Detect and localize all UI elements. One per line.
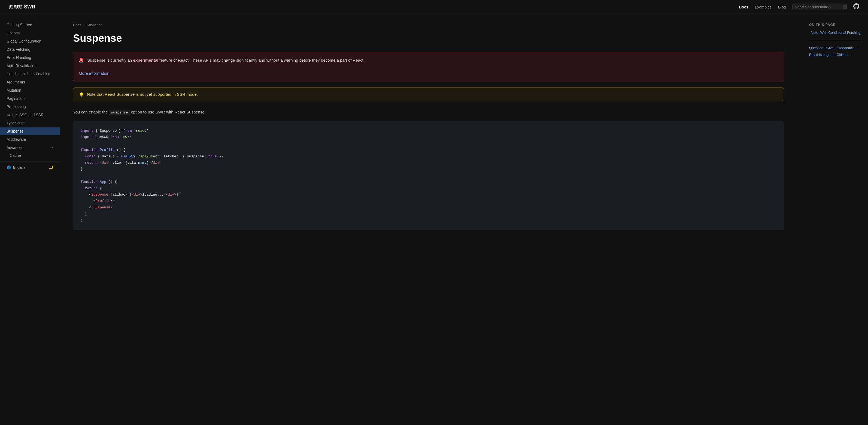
sidebar-item-getting-started[interactable]: Getting Started bbox=[0, 21, 60, 29]
sidebar-item-error-handling[interactable]: Error Handling bbox=[0, 54, 60, 62]
search-input[interactable] bbox=[795, 5, 841, 9]
toc: On This Page Note: With Conditional Fetc… bbox=[803, 14, 868, 425]
toc-edit-link[interactable]: Edit this page on GitHub → bbox=[809, 53, 862, 57]
sidebar-item-data-fetching[interactable]: Data Fetching bbox=[0, 45, 60, 54]
more-information-link[interactable]: More information bbox=[79, 71, 110, 76]
lightbulb-icon: 💡 bbox=[79, 92, 84, 97]
prose-inline-code: suspense bbox=[109, 110, 130, 115]
nav-links: Docs Examples Blog / bbox=[739, 3, 859, 11]
code-line-3: const { data } = useSWR('/api/user', fet… bbox=[81, 153, 776, 160]
code-line-10: </Suspense> bbox=[81, 204, 776, 210]
sidebar-item-arguments[interactable]: Arguments bbox=[0, 78, 60, 86]
code-line-0: import { Suspense } from 'react' bbox=[81, 128, 776, 134]
alert-error-bold: experimental bbox=[133, 58, 159, 62]
code-line-7: return ( bbox=[81, 185, 776, 192]
layout: Getting Started Options Global Configura… bbox=[0, 14, 868, 425]
toc-feedback-link[interactable]: Question? Give us feedback → bbox=[809, 46, 862, 50]
sidebar-item-advanced[interactable]: Advanced ▾ bbox=[0, 143, 60, 152]
alert-error: 🚨 Suspense is currently an experimental … bbox=[73, 52, 784, 82]
code-line-blank-1 bbox=[81, 140, 776, 147]
code-line-6: function App () { bbox=[81, 179, 776, 185]
nav-examples[interactable]: Examples bbox=[755, 5, 772, 9]
chevron-down-icon: ▾ bbox=[52, 146, 53, 149]
code-line-2: function Profile () { bbox=[81, 147, 776, 153]
sidebar-item-suspense[interactable]: Suspense bbox=[0, 127, 60, 135]
breadcrumb-sep: › bbox=[83, 23, 85, 27]
code-line-8: <Suspense fallback={<div>loading...</div… bbox=[81, 192, 776, 198]
logo: ≋≋≋ SWR bbox=[9, 4, 35, 11]
error-icon: 🚨 bbox=[79, 58, 84, 62]
alert-error-text-before: Suspense is currently an bbox=[87, 58, 133, 62]
toc-link-conditional[interactable]: Note: With Conditional Fetching bbox=[809, 31, 862, 35]
alert-warn: 💡 Note that React Suspense is not yet su… bbox=[73, 87, 784, 102]
sidebar-item-pagination[interactable]: Pagination bbox=[0, 94, 60, 103]
sidebar-lang[interactable]: 🌐 English 🌙 bbox=[0, 162, 60, 173]
prose-text-before: You can enable the bbox=[73, 110, 109, 114]
sidebar-item-mutation[interactable]: Mutation bbox=[0, 86, 60, 94]
sidebar-item-options[interactable]: Options bbox=[0, 29, 60, 37]
lang-label: English bbox=[13, 165, 25, 169]
globe-icon: 🌐 bbox=[6, 165, 11, 169]
code-line-1: import useSWR from 'swr' bbox=[81, 134, 776, 140]
sidebar-item-middleware[interactable]: Middleware bbox=[0, 135, 60, 143]
logo-icon: ≋≋≋ bbox=[9, 4, 22, 11]
prose-paragraph: You can enable the suspense option to us… bbox=[73, 109, 784, 116]
toc-divider bbox=[809, 40, 862, 40]
breadcrumb: Docs › Suspense bbox=[73, 23, 784, 27]
github-icon[interactable] bbox=[853, 3, 859, 11]
sidebar-item-prefetching[interactable]: Prefetching bbox=[0, 103, 60, 111]
code-line-11: ) bbox=[81, 210, 776, 217]
page-title: Suspense bbox=[73, 32, 784, 44]
code-line-blank-2 bbox=[81, 172, 776, 179]
code-block: import { Suspense } from 'react' import … bbox=[73, 121, 784, 230]
breadcrumb-current: Suspense bbox=[87, 23, 102, 27]
sidebar-item-nextjs-ssg-ssr[interactable]: Next.js SSG and SSR bbox=[0, 111, 60, 119]
topnav: ≋≋≋ SWR Docs Examples Blog / bbox=[0, 0, 868, 14]
alert-error-text-after: feature of React. These APIs may change … bbox=[158, 58, 365, 62]
alert-warn-text: Note that React Suspense is not yet supp… bbox=[87, 92, 198, 96]
toc-title: On This Page bbox=[809, 23, 862, 27]
search-kbd: / bbox=[843, 5, 847, 9]
sidebar-item-cache[interactable]: Cache bbox=[0, 152, 60, 159]
logo-text: SWR bbox=[24, 4, 35, 10]
sidebar-item-global-configuration[interactable]: Global Configuration bbox=[0, 37, 60, 45]
sidebar-item-typescript[interactable]: TypeScript bbox=[0, 119, 60, 127]
search-bar[interactable]: / bbox=[792, 4, 847, 10]
code-line-4: return <div>hello, {data.name}</div> bbox=[81, 160, 776, 166]
moon-icon[interactable]: 🌙 bbox=[49, 165, 53, 169]
nav-docs[interactable]: Docs bbox=[739, 5, 748, 9]
main-content: Docs › Suspense Suspense 🚨 Suspense is c… bbox=[60, 14, 797, 425]
alert-warn-emphasis: Note that React Suspense is not yet supp… bbox=[87, 92, 198, 96]
code-line-5: } bbox=[81, 166, 776, 172]
nav-blog[interactable]: Blog bbox=[778, 5, 786, 9]
sidebar-item-conditional-data-fetching[interactable]: Conditional Data Fetching bbox=[0, 70, 60, 78]
sidebar-item-auto-revalidation[interactable]: Auto Revalidation bbox=[0, 62, 60, 70]
code-line-12: } bbox=[81, 217, 776, 223]
code-line-9: <Profile/> bbox=[81, 198, 776, 204]
sidebar: Getting Started Options Global Configura… bbox=[0, 14, 60, 425]
breadcrumb-docs[interactable]: Docs bbox=[73, 23, 81, 27]
prose-text-after: option to use SWR with React Suspense: bbox=[130, 110, 206, 114]
